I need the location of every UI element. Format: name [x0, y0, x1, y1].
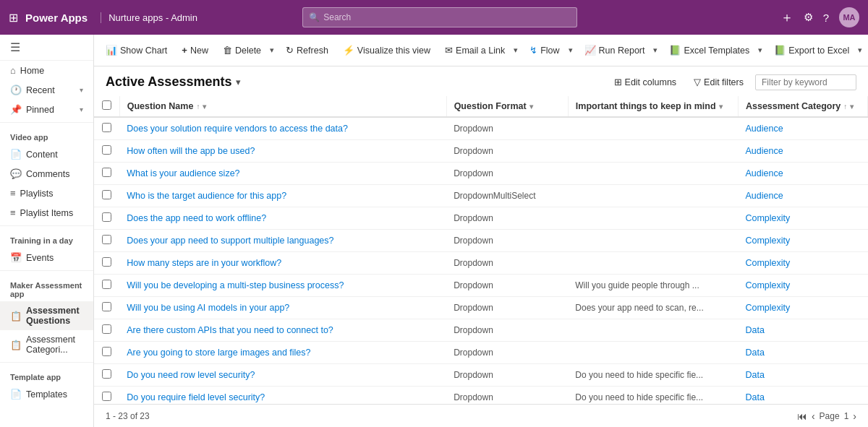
sidebar-item-pinned[interactable]: 📌 Pinned ▾	[0, 100, 93, 119]
question-name-link[interactable]: Does your solution require vendors to ac…	[127, 124, 348, 134]
row-checkbox[interactable]	[102, 145, 111, 155]
excel-templates-dropdown[interactable]: ▾	[755, 43, 765, 58]
export-excel-button[interactable]: 📗 Export to Excel	[768, 42, 855, 59]
search-input[interactable]	[323, 12, 571, 22]
sidebar-item-comments[interactable]: 💬 Comments	[0, 164, 93, 184]
category-link[interactable]: Audience	[745, 191, 783, 201]
select-all-checkbox[interactable]	[102, 100, 111, 110]
excel-templates-button[interactable]: 📗 Excel Templates	[663, 42, 755, 59]
category-sort-icon[interactable]: ↑	[843, 103, 847, 111]
flow-dropdown[interactable]: ▾	[566, 43, 576, 58]
filter-keyword-input[interactable]	[755, 74, 856, 90]
sort-asc-icon[interactable]: ↑	[196, 103, 200, 111]
delete-dropdown[interactable]: ▾	[267, 43, 277, 58]
question-name-link[interactable]: Does your app need to support multiple l…	[127, 236, 333, 246]
question-name-link[interactable]: What is your audience size?	[127, 168, 239, 178]
category-link[interactable]: Complexity	[745, 280, 790, 290]
email-dropdown[interactable]: ▾	[511, 43, 521, 58]
first-page-button[interactable]: ⏮	[797, 410, 807, 422]
run-report-button[interactable]: 📈 Run Report	[579, 42, 651, 59]
title-chevron-icon[interactable]: ▾	[236, 77, 241, 87]
question-format-value: Dropdown	[454, 280, 493, 290]
category-link[interactable]: Complexity	[745, 303, 790, 313]
row-checkbox[interactable]	[102, 392, 111, 401]
question-name-link[interactable]: Will you be developing a multi-step busi…	[127, 280, 344, 290]
sidebar-item-assessment-questions[interactable]: 📋 Assessment Questions	[0, 301, 93, 330]
row-checkbox[interactable]	[102, 257, 111, 267]
category-link[interactable]: Data	[745, 370, 764, 380]
question-name-link[interactable]: Does the app need to work offline?	[127, 213, 266, 223]
row-checkbox[interactable]	[102, 212, 111, 222]
row-checkbox[interactable]	[102, 235, 111, 244]
export-dropdown[interactable]: ▾	[855, 43, 865, 58]
question-name-link[interactable]: Will you be using AI models in your app?	[127, 303, 289, 313]
sidebar-item-templates[interactable]: 📄 Templates	[0, 384, 93, 404]
prev-page-button[interactable]: ‹	[812, 410, 815, 422]
row-checkbox[interactable]	[102, 324, 111, 334]
section-label-video-app: Video app	[0, 126, 93, 145]
category-link[interactable]: Complexity	[745, 213, 790, 223]
col-label-assessment-category: Assessment Category	[746, 101, 841, 111]
row-checkbox[interactable]	[102, 302, 111, 311]
settings-icon[interactable]: ⚙	[804, 11, 813, 24]
question-name-link[interactable]: Are there custom APIs that you need to c…	[127, 325, 333, 335]
category-link[interactable]: Audience	[745, 124, 783, 134]
row-checkbox[interactable]	[102, 280, 111, 289]
sidebar-item-playlists[interactable]: ≡ Playlists	[0, 184, 93, 203]
question-name-link[interactable]: Do you need row level security?	[127, 370, 255, 380]
new-button[interactable]: + New	[176, 42, 214, 59]
table-row: Will you be developing a multi-step busi…	[94, 275, 868, 297]
grid-icon[interactable]: ⊞	[9, 11, 18, 25]
question-name-link[interactable]: Do you require field level security?	[127, 392, 265, 402]
sidebar-item-playlist-items[interactable]: ≡ Playlist Items	[0, 203, 93, 223]
next-page-button[interactable]: ›	[853, 410, 856, 422]
row-checkbox[interactable]	[102, 369, 111, 379]
columns-icon: ⊞	[614, 77, 622, 87]
question-format-value: Dropdown	[454, 258, 493, 268]
category-link[interactable]: Data	[745, 392, 764, 402]
important-dropdown-icon[interactable]: ▾	[719, 103, 723, 111]
visualize-view-button[interactable]: ⚡ Visualize this view	[337, 42, 436, 59]
help-icon[interactable]: ?	[823, 12, 829, 24]
category-link[interactable]: Audience	[745, 168, 783, 178]
format-dropdown-icon[interactable]: ▾	[529, 103, 533, 111]
category-dropdown-icon[interactable]: ▾	[850, 103, 854, 111]
app-logo[interactable]: Power Apps	[25, 12, 88, 24]
sidebar-item-assessment-categories[interactable]: 📋 Assessment Categori...	[0, 330, 93, 359]
sidebar-item-content[interactable]: 📄 Content	[0, 145, 93, 164]
sort-dropdown-icon[interactable]: ▾	[203, 103, 206, 111]
refresh-button[interactable]: ↻ Refresh	[280, 42, 334, 59]
row-question-name: Does the app need to work offline?	[119, 207, 446, 230]
category-link[interactable]: Audience	[745, 146, 783, 156]
search-bar[interactable]: 🔍	[302, 7, 577, 27]
question-format-value: Dropdown	[454, 124, 493, 134]
category-link[interactable]: Complexity	[745, 258, 790, 268]
question-name-link[interactable]: Are you going to store large images and …	[127, 348, 310, 358]
row-checkbox[interactable]	[102, 190, 111, 199]
sidebar-item-recent[interactable]: 🕐 Recent ▾	[0, 80, 93, 100]
sidebar-item-events[interactable]: 📅 Events	[0, 248, 93, 267]
question-format-value: Dropdown	[454, 213, 493, 223]
add-icon[interactable]: ＋	[780, 9, 793, 26]
category-link[interactable]: Complexity	[745, 236, 790, 246]
category-link[interactable]: Data	[745, 325, 764, 335]
show-chart-button[interactable]: 📊 Show Chart	[100, 42, 173, 59]
question-name-link[interactable]: How often will the app be used?	[127, 146, 255, 156]
category-link[interactable]: Data	[745, 348, 764, 358]
sidebar-item-home[interactable]: ⌂ Home	[0, 61, 93, 80]
table-row: Are there custom APIs that you need to c…	[94, 319, 868, 342]
question-name-link[interactable]: Who is the target audience for this app?	[127, 191, 286, 201]
hamburger-icon[interactable]: ☰	[0, 35, 93, 61]
avatar[interactable]: MA	[839, 7, 859, 27]
question-name-link[interactable]: How many steps are in your workflow?	[127, 258, 281, 268]
row-question-format: Dropdown	[446, 163, 568, 185]
row-checkbox[interactable]	[102, 168, 111, 177]
email-link-button[interactable]: ✉ Email a Link	[439, 42, 511, 59]
edit-filters-button[interactable]: ▽ Edit filters	[688, 74, 749, 90]
report-dropdown[interactable]: ▾	[650, 43, 660, 58]
row-checkbox[interactable]	[102, 347, 111, 356]
row-checkbox[interactable]	[102, 123, 111, 132]
edit-columns-button[interactable]: ⊞ Edit columns	[608, 74, 683, 90]
delete-button[interactable]: 🗑 Delete	[217, 42, 267, 59]
flow-button[interactable]: ↯ Flow	[524, 42, 565, 59]
